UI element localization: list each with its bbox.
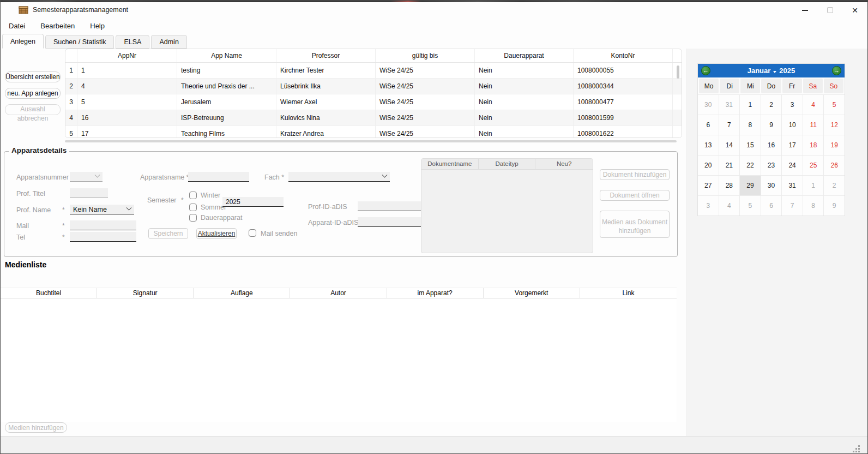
calendar-day[interactable]: 25 xyxy=(803,156,824,175)
calendar-day[interactable]: 8 xyxy=(740,115,761,135)
calendar-day[interactable]: 10 xyxy=(782,115,803,135)
calendar-day[interactable]: 22 xyxy=(740,156,761,175)
calendar-day[interactable]: 28 xyxy=(719,176,740,195)
apps-table-horizontal-scrollbar[interactable] xyxy=(65,140,677,142)
mail-senden-label: Mail senden xyxy=(261,230,297,237)
calendar-day[interactable]: 3 xyxy=(782,95,803,115)
prof-id-adis-field[interactable] xyxy=(358,201,422,211)
menu-item-datei[interactable]: Datei xyxy=(2,20,32,32)
calendar-day[interactable]: 21 xyxy=(719,156,740,175)
calendar-day[interactable]: 13 xyxy=(698,135,719,155)
menu-item-bearbeiten[interactable]: Bearbeiten xyxy=(33,20,82,32)
aktualisieren-button[interactable]: Aktualisieren xyxy=(196,228,237,239)
medien-aus-dokument-hinzufügen-button[interactable]: Medien aus Dokument hinzufügen xyxy=(600,211,670,238)
column-header-dauerapparat[interactable]: Dauerapparat xyxy=(475,49,574,62)
calendar-day[interactable]: 24 xyxy=(782,156,803,175)
calendar-day[interactable]: 19 xyxy=(824,135,845,155)
apps-table-vertical-scrollbar[interactable] xyxy=(677,65,679,79)
calendar-day[interactable]: 9 xyxy=(824,196,845,216)
calendar-day[interactable]: 30 xyxy=(761,176,782,195)
calendar-day[interactable]: 14 xyxy=(719,135,740,155)
calendar-day[interactable]: 12 xyxy=(824,115,845,135)
semester-year-field[interactable]: 2025 xyxy=(222,197,284,207)
dokument-hinzufügen-button[interactable]: Dokument hinzufügen xyxy=(600,169,670,180)
calendar-day[interactable]: 6 xyxy=(761,196,782,216)
tel-field[interactable] xyxy=(70,232,136,242)
calendar-day[interactable]: 16 xyxy=(761,135,782,155)
calendar-day[interactable]: 23 xyxy=(761,156,782,175)
mail-senden-checkbox[interactable] xyxy=(249,229,256,237)
calendar-day[interactable]: 20 xyxy=(698,156,719,175)
calendar-day[interactable]: 11 xyxy=(803,115,824,135)
calendar-day[interactable]: 7 xyxy=(782,196,803,216)
table-row[interactable]: 517Teaching FilmsKratzer AndreaWiSe 24/2… xyxy=(65,126,682,138)
column-header-appnr[interactable]: AppNr xyxy=(77,49,177,62)
calendar-title[interactable]: Januar 2025 xyxy=(748,67,795,75)
fach-dropdown[interactable] xyxy=(288,172,390,182)
neu-app-anlegen-button[interactable]: neu. App anlegen xyxy=(5,88,61,99)
calendar-day[interactable]: 18 xyxy=(803,135,824,155)
column-header-gültig-bis[interactable]: gültig bis xyxy=(376,49,475,62)
calendar-day[interactable]: 9 xyxy=(761,115,782,135)
calendar-day[interactable]: 2 xyxy=(761,95,782,115)
calendar-day[interactable]: 31 xyxy=(782,176,803,195)
dauerapparat-radio[interactable] xyxy=(189,214,197,222)
calendar-day[interactable]: 27 xyxy=(698,176,719,195)
calendar-next-month-button[interactable]: → xyxy=(832,66,841,75)
calendar-day[interactable]: 31 xyxy=(719,95,740,115)
media-column-autor[interactable]: Autor xyxy=(290,288,387,298)
apparatsname-field[interactable] xyxy=(188,172,249,182)
column-header-kontonr[interactable]: KontoNr xyxy=(574,49,673,62)
resize-grip-icon[interactable] xyxy=(858,445,860,447)
menu-item-help[interactable]: Help xyxy=(83,20,112,32)
calendar-day[interactable]: 1 xyxy=(803,176,824,195)
media-column-buchtitel[interactable]: Buchtitel xyxy=(1,288,97,298)
media-column-signatur[interactable]: Signatur xyxy=(97,288,194,298)
calendar-day[interactable]: 6 xyxy=(698,115,719,135)
calendar-day[interactable]: 2 xyxy=(824,176,845,195)
media-column-auflage[interactable]: Auflage xyxy=(194,288,290,298)
table-row[interactable]: 24Theorie und Praxis der ...Lüsebrink Il… xyxy=(65,79,682,94)
übersicht-erstellen-button[interactable]: Übersicht erstellen xyxy=(5,71,61,82)
calendar-day[interactable]: 1 xyxy=(740,95,761,115)
apparat-id-adis-field[interactable] xyxy=(358,217,422,227)
calendar-day[interactable]: 5 xyxy=(740,196,761,216)
media-column-vorgemerkt[interactable]: Vorgemerkt xyxy=(484,288,580,298)
calendar-day-today[interactable]: 29 xyxy=(740,176,761,195)
medien-hinzufuegen-button[interactable]: Medien hinzufügen xyxy=(5,422,67,433)
calendar-day[interactable]: 4 xyxy=(803,95,824,115)
table-row[interactable]: 35JerusalemWiemer AxelWiSe 24/25Nein1008… xyxy=(65,94,682,110)
speichern-button[interactable]: Speichern xyxy=(148,228,188,239)
calendar-day[interactable]: 4 xyxy=(719,196,740,216)
auswahl-abbrechen-button[interactable]: Auswahl abbrechen xyxy=(5,104,61,115)
tab-elsa[interactable]: ELSA xyxy=(116,35,149,49)
prof-titel-field[interactable] xyxy=(70,188,108,198)
mail-field[interactable] xyxy=(70,220,136,230)
dokument-öffnen-button[interactable]: Dokument öffnen xyxy=(600,190,670,201)
calendar-day[interactable]: 7 xyxy=(719,115,740,135)
calendar-prev-month-button[interactable]: ← xyxy=(701,66,710,75)
calendar-day[interactable]: 30 xyxy=(698,95,719,115)
column-header-app-name[interactable]: App Name xyxy=(177,49,276,62)
calendar-day[interactable]: 17 xyxy=(782,135,803,155)
media-column-link[interactable]: Link xyxy=(580,288,677,298)
media-column-im-apparat?[interactable]: im Apparat? xyxy=(387,288,484,298)
table-row[interactable]: 11testingKirchner TesterWiSe 24/25Nein10… xyxy=(65,63,682,79)
tab-suchen-statistik[interactable]: Suchen / Statistik xyxy=(45,35,114,49)
winter-radio[interactable] xyxy=(189,192,197,199)
sommer-radio[interactable] xyxy=(189,204,197,211)
calendar-day[interactable]: 5 xyxy=(824,95,845,115)
tab-admin[interactable]: Admin xyxy=(151,35,186,49)
close-button[interactable]: ✕ xyxy=(842,2,867,18)
calendar-day[interactable]: 8 xyxy=(803,196,824,216)
prof-name-dropdown[interactable]: Kein Name xyxy=(70,205,134,214)
column-header-professor[interactable]: Professor xyxy=(276,49,376,62)
table-row[interactable]: 416ISP-BetreuungKulovics NinaWiSe 24/25N… xyxy=(65,110,682,126)
minimize-button[interactable] xyxy=(792,2,817,18)
maximize-button[interactable] xyxy=(817,2,842,18)
calendar-day[interactable]: 26 xyxy=(824,156,845,175)
tab-anlegen[interactable]: Anlegen xyxy=(2,34,44,49)
apparatsnummer-dropdown[interactable] xyxy=(70,172,103,182)
calendar-day[interactable]: 15 xyxy=(740,135,761,155)
calendar-day[interactable]: 3 xyxy=(698,196,719,216)
